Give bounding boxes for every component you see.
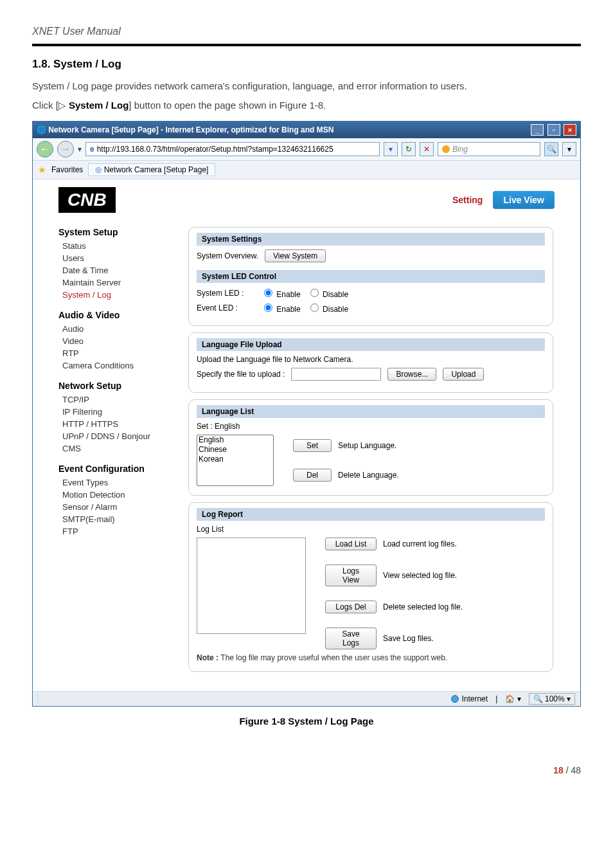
- forward-button[interactable]: →: [57, 141, 74, 158]
- search-placeholder: Bing: [452, 145, 468, 154]
- page-current: 18: [553, 765, 564, 775]
- upload-path-input[interactable]: [291, 368, 381, 381]
- page-footer: 18 / 48: [0, 727, 613, 795]
- log-list-label: Log List: [197, 525, 545, 534]
- current-language-label: Set : English: [197, 422, 545, 431]
- nav-dropdown[interactable]: ▾: [78, 145, 82, 154]
- menu-audio[interactable]: Audio: [58, 323, 168, 335]
- system-settings-group: System Settings System Overview. View Sy…: [188, 227, 553, 326]
- delete-language-label: Delete Language.: [338, 471, 399, 480]
- maximize-button[interactable]: ▫: [547, 124, 560, 136]
- menu-date-time[interactable]: Date & Time: [58, 264, 168, 276]
- upload-button[interactable]: Upload: [443, 368, 484, 381]
- menu-tcpip[interactable]: TCP/IP: [58, 393, 168, 406]
- log-note: Note : The log file may prove useful whe…: [197, 653, 545, 662]
- browser-navbar: ← → ▾ e http://193.168.0.73/html/operato…: [33, 138, 580, 161]
- menu-ip-filtering[interactable]: IP Filtering: [58, 406, 168, 418]
- language-list-group: Language List Set : English English Chin…: [188, 399, 553, 496]
- menu-ftp[interactable]: FTP: [58, 525, 168, 538]
- side-menu: System Setup Status Users Date & Time Ma…: [58, 227, 168, 678]
- system-led-disable[interactable]: Disable: [307, 287, 348, 299]
- language-list-header: Language List: [197, 405, 545, 418]
- event-led-disable[interactable]: Disable: [307, 302, 348, 314]
- event-led-enable[interactable]: Enable: [261, 302, 301, 314]
- logs-view-button[interactable]: Logs View: [325, 565, 377, 586]
- manual-title: XNET User Manual: [32, 26, 581, 37]
- log-report-header: Log Report: [197, 508, 545, 521]
- menu-group-av: Audio & Video: [58, 310, 168, 320]
- set-language-button[interactable]: Set: [293, 439, 332, 452]
- favorites-label: Favorites: [51, 165, 83, 174]
- language-select[interactable]: English Chinese Korean: [197, 435, 274, 486]
- log-listbox[interactable]: [197, 538, 306, 634]
- menu-status[interactable]: Status: [58, 240, 168, 252]
- menu-maintain-server[interactable]: Maintain Server: [58, 276, 168, 289]
- load-list-button[interactable]: Load List: [325, 538, 377, 550]
- menu-group-network: Network Setup: [58, 381, 168, 391]
- live-view-button[interactable]: Live View: [493, 191, 555, 209]
- go-dropdown[interactable]: ▾: [384, 142, 398, 156]
- menu-video[interactable]: Video: [58, 335, 168, 347]
- protected-mode-icon[interactable]: 🏠 ▾: [505, 694, 520, 703]
- load-list-desc: Load current log files.: [383, 539, 457, 548]
- system-led-enable[interactable]: Enable: [261, 287, 301, 299]
- minimize-button[interactable]: _: [531, 124, 544, 136]
- favorites-icon[interactable]: ★: [38, 165, 46, 175]
- system-overview-label: System Overview.: [197, 251, 258, 260]
- page-sep: /: [564, 765, 571, 775]
- logs-del-button[interactable]: Logs Del: [325, 601, 377, 613]
- menu-group-system: System Setup: [58, 227, 168, 237]
- divider: [32, 44, 581, 46]
- search-dropdown[interactable]: ▾: [562, 142, 576, 156]
- note-text: The log file may prove useful when the u…: [220, 653, 447, 662]
- menu-rtp[interactable]: RTP: [58, 347, 168, 359]
- menu-motion-detection[interactable]: Motion Detection: [58, 489, 168, 501]
- window-titlebar: 🌐 Network Camera [Setup Page] - Internet…: [33, 122, 580, 138]
- menu-camera-conditions[interactable]: Camera Conditions: [58, 359, 168, 372]
- log-report-group: Log Report Log List Load List Load curre…: [188, 502, 553, 672]
- window-controls: _ ▫ ×: [529, 124, 576, 136]
- language-option[interactable]: English: [197, 435, 273, 445]
- language-upload-group: Language File Upload Upload the Language…: [188, 332, 553, 393]
- search-button[interactable]: 🔍: [544, 142, 558, 156]
- address-bar[interactable]: e http://193.168.0.73/html/operator/Setu…: [85, 142, 380, 156]
- language-upload-desc: Upload the Language file to Network Came…: [197, 355, 545, 364]
- ie-icon: e: [90, 145, 94, 154]
- app-topbar: CNB Setting Live View: [58, 187, 555, 213]
- system-led-label: System LED :: [197, 289, 254, 298]
- setup-language-label: Setup Language.: [338, 441, 396, 450]
- logs-view-desc: View selected log file.: [383, 571, 457, 580]
- intro-text: System / Log page provides network camer…: [32, 78, 581, 94]
- refresh-button[interactable]: ↻: [402, 142, 416, 156]
- click-instruction: Click [▷ System / Log] button to open th…: [32, 98, 581, 113]
- bing-icon: [442, 145, 450, 153]
- setting-link[interactable]: Setting: [452, 195, 483, 205]
- menu-http-https[interactable]: HTTP / HTTPS: [58, 418, 168, 430]
- language-option[interactable]: Chinese: [197, 445, 273, 455]
- save-logs-button[interactable]: Save Logs: [325, 628, 377, 649]
- browse-button[interactable]: Browse...: [387, 368, 436, 381]
- browser-statusbar: Internet | 🏠 ▾ 🔍 100% ▾: [33, 691, 580, 706]
- menu-users[interactable]: Users: [58, 252, 168, 264]
- zoom-control[interactable]: 🔍 100% ▾: [529, 693, 575, 705]
- search-provider[interactable]: Bing: [438, 142, 540, 156]
- menu-cms[interactable]: CMS: [58, 442, 168, 455]
- view-system-button[interactable]: View System: [265, 249, 326, 262]
- delete-language-button[interactable]: Del: [293, 469, 332, 482]
- event-led-label: Event LED :: [197, 303, 254, 312]
- stop-button[interactable]: ✕: [420, 142, 434, 156]
- section-heading: 1.8. System / Log: [32, 58, 581, 71]
- menu-system-log[interactable]: System / Log: [58, 289, 168, 301]
- menu-upnp[interactable]: UPnP / DDNS / Bonjour: [58, 430, 168, 442]
- language-option[interactable]: Korean: [197, 455, 273, 464]
- internet-zone: Internet: [451, 694, 488, 703]
- back-button[interactable]: ←: [37, 141, 53, 158]
- language-upload-header: Language File Upload: [197, 338, 545, 351]
- menu-sensor-alarm[interactable]: Sensor / Alarm: [58, 501, 168, 513]
- specify-file-label: Specify the file to upload :: [197, 370, 285, 379]
- menu-group-event: Event Configuration: [58, 464, 168, 474]
- close-button[interactable]: ×: [564, 124, 576, 136]
- browser-tab[interactable]: ◎ Network Camera [Setup Page]: [88, 163, 215, 176]
- menu-smtp[interactable]: SMTP(E-mail): [58, 513, 168, 525]
- menu-event-types[interactable]: Event Types: [58, 476, 168, 489]
